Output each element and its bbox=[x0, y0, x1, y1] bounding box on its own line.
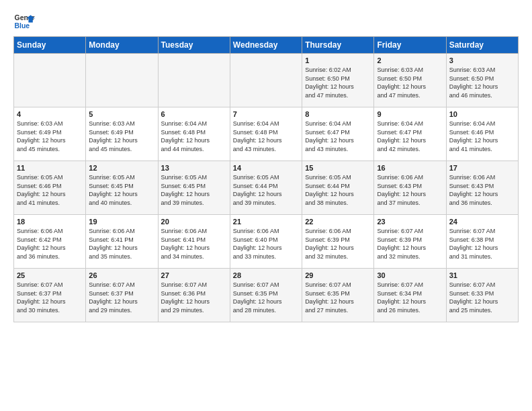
cell-info: Daylight: 12 hours bbox=[449, 298, 515, 306]
calendar-cell: 2Sunrise: 6:03 AMSunset: 6:50 PMDaylight… bbox=[374, 54, 446, 107]
cell-info: and 32 minutes. bbox=[377, 253, 443, 261]
cell-info: Sunset: 6:42 PM bbox=[17, 236, 83, 244]
cell-info: and 42 minutes. bbox=[377, 145, 443, 154]
cell-info: and 29 minutes. bbox=[89, 306, 154, 315]
svg-text:Blue: Blue bbox=[15, 22, 30, 30]
calendar-cell: 16Sunrise: 6:06 AMSunset: 6:43 PMDayligh… bbox=[374, 161, 446, 215]
calendar-cell: 22Sunrise: 6:06 AMSunset: 6:39 PMDayligh… bbox=[302, 215, 374, 269]
cell-info: Sunrise: 6:04 AM bbox=[233, 120, 299, 128]
day-number: 15 bbox=[305, 164, 371, 172]
cell-info: Daylight: 12 hours bbox=[449, 244, 515, 253]
cell-info: and 46 minutes. bbox=[449, 91, 515, 100]
calendar-cell: 6Sunrise: 6:04 AMSunset: 6:48 PMDaylight… bbox=[158, 107, 230, 161]
day-number: 28 bbox=[233, 271, 299, 279]
calendar-cell: 20Sunrise: 6:06 AMSunset: 6:41 PMDayligh… bbox=[158, 215, 230, 269]
logo: General Blue bbox=[13, 11, 35, 32]
day-number: 31 bbox=[449, 271, 515, 279]
cell-info: and 47 minutes. bbox=[305, 91, 371, 100]
cell-info: Sunrise: 6:02 AM bbox=[305, 66, 371, 75]
cell-info: and 36 minutes. bbox=[17, 253, 83, 261]
cell-info: Sunrise: 6:07 AM bbox=[377, 227, 443, 236]
cell-info: Sunrise: 6:07 AM bbox=[233, 281, 299, 289]
cell-info: Sunrise: 6:05 AM bbox=[17, 173, 83, 182]
day-header-sunday: Sunday bbox=[14, 37, 86, 54]
day-header-monday: Monday bbox=[86, 37, 158, 54]
cell-info: Daylight: 12 hours bbox=[89, 244, 154, 253]
calendar-cell: 9Sunrise: 6:04 AMSunset: 6:47 PMDaylight… bbox=[374, 107, 446, 161]
cell-info: Sunset: 6:38 PM bbox=[449, 236, 515, 244]
cell-info: Sunrise: 6:05 AM bbox=[305, 173, 371, 182]
cell-info: Sunrise: 6:05 AM bbox=[89, 173, 154, 182]
day-number: 3 bbox=[449, 56, 515, 64]
calendar-cell: 1Sunrise: 6:02 AMSunset: 6:50 PMDaylight… bbox=[302, 54, 374, 107]
cell-info: and 34 minutes. bbox=[161, 253, 227, 261]
cell-info: Daylight: 12 hours bbox=[233, 190, 299, 199]
cell-info: Sunset: 6:50 PM bbox=[449, 75, 515, 83]
calendar-cell: 12Sunrise: 6:05 AMSunset: 6:45 PMDayligh… bbox=[86, 161, 158, 215]
day-number: 1 bbox=[305, 56, 371, 64]
cell-info: and 43 minutes. bbox=[305, 145, 371, 154]
cell-info: Sunrise: 6:05 AM bbox=[233, 173, 299, 182]
cell-info: and 40 minutes. bbox=[89, 199, 154, 208]
cell-info: and 39 minutes. bbox=[233, 199, 299, 208]
cell-info: Sunrise: 6:07 AM bbox=[89, 281, 154, 289]
calendar-cell: 13Sunrise: 6:05 AMSunset: 6:45 PMDayligh… bbox=[158, 161, 230, 215]
cell-info: and 39 minutes. bbox=[161, 199, 227, 208]
cell-info: Daylight: 12 hours bbox=[449, 136, 515, 145]
cell-info: Sunrise: 6:06 AM bbox=[161, 227, 227, 236]
day-number: 19 bbox=[89, 218, 154, 226]
cell-info: and 26 minutes. bbox=[377, 306, 443, 315]
cell-info: Sunrise: 6:06 AM bbox=[305, 227, 371, 236]
day-number: 4 bbox=[17, 110, 83, 118]
cell-info: Sunset: 6:44 PM bbox=[233, 182, 299, 191]
cell-info: Sunset: 6:47 PM bbox=[305, 128, 371, 137]
cell-info: Daylight: 12 hours bbox=[377, 244, 443, 253]
week-row-5: 25Sunrise: 6:07 AMSunset: 6:37 PMDayligh… bbox=[14, 269, 519, 322]
header: General Blue bbox=[13, 11, 519, 32]
cell-info: Daylight: 12 hours bbox=[161, 298, 227, 306]
cell-info: Daylight: 12 hours bbox=[161, 244, 227, 253]
cell-info: Sunrise: 6:04 AM bbox=[377, 120, 443, 128]
cell-info: Sunrise: 6:03 AM bbox=[377, 66, 443, 75]
calendar-cell: 14Sunrise: 6:05 AMSunset: 6:44 PMDayligh… bbox=[230, 161, 302, 215]
cell-info: Sunrise: 6:07 AM bbox=[449, 281, 515, 289]
cell-info: Sunset: 6:50 PM bbox=[377, 75, 443, 83]
day-number: 7 bbox=[233, 110, 299, 118]
calendar-cell: 8Sunrise: 6:04 AMSunset: 6:47 PMDaylight… bbox=[302, 107, 374, 161]
cell-info: Daylight: 12 hours bbox=[89, 298, 154, 306]
day-number: 25 bbox=[17, 271, 83, 279]
cell-info: Sunrise: 6:03 AM bbox=[17, 120, 83, 128]
cell-info: Daylight: 12 hours bbox=[89, 136, 154, 145]
calendar-cell: 10Sunrise: 6:04 AMSunset: 6:46 PMDayligh… bbox=[446, 107, 518, 161]
cell-info: Sunset: 6:33 PM bbox=[449, 289, 515, 298]
day-number: 12 bbox=[89, 164, 154, 172]
calendar-body: 1Sunrise: 6:02 AMSunset: 6:50 PMDaylight… bbox=[14, 54, 519, 322]
day-header-thursday: Thursday bbox=[302, 37, 374, 54]
cell-info: and 45 minutes. bbox=[89, 145, 154, 154]
cell-info: Daylight: 12 hours bbox=[305, 298, 371, 306]
day-number: 27 bbox=[161, 271, 227, 279]
cell-info: Daylight: 12 hours bbox=[377, 136, 443, 145]
cell-info: and 37 minutes. bbox=[377, 199, 443, 208]
day-header-wednesday: Wednesday bbox=[230, 37, 302, 54]
cell-info: Daylight: 12 hours bbox=[17, 136, 83, 145]
cell-info: Sunset: 6:46 PM bbox=[449, 128, 515, 137]
day-number: 11 bbox=[17, 164, 83, 172]
cell-info: and 44 minutes. bbox=[161, 145, 227, 154]
day-header-tuesday: Tuesday bbox=[158, 37, 230, 54]
cell-info: and 25 minutes. bbox=[449, 306, 515, 315]
cell-info: Sunset: 6:46 PM bbox=[17, 182, 83, 191]
cell-info: and 36 minutes. bbox=[449, 199, 515, 208]
cell-info: and 28 minutes. bbox=[233, 306, 299, 315]
cell-info: Daylight: 12 hours bbox=[305, 244, 371, 253]
cell-info: Sunset: 6:34 PM bbox=[377, 289, 443, 298]
calendar-cell: 24Sunrise: 6:07 AMSunset: 6:38 PMDayligh… bbox=[446, 215, 518, 269]
day-number: 14 bbox=[233, 164, 299, 172]
cell-info: and 33 minutes. bbox=[233, 253, 299, 261]
calendar-cell: 18Sunrise: 6:06 AMSunset: 6:42 PMDayligh… bbox=[14, 215, 86, 269]
cell-info: Sunset: 6:37 PM bbox=[89, 289, 154, 298]
cell-info: Daylight: 12 hours bbox=[305, 136, 371, 145]
cell-info: Daylight: 12 hours bbox=[449, 190, 515, 199]
day-number: 10 bbox=[449, 110, 515, 118]
cell-info: Sunset: 6:39 PM bbox=[305, 236, 371, 244]
